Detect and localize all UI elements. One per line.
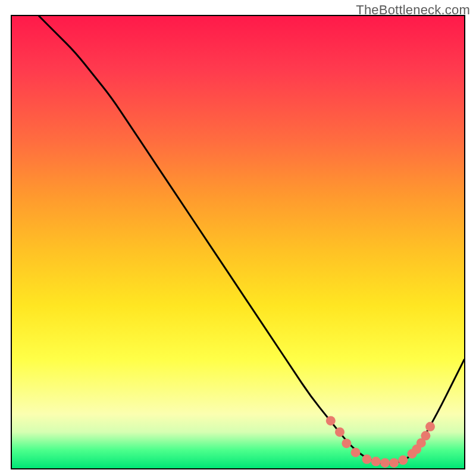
valley-dot bbox=[342, 439, 351, 448]
chart-container: TheBottleneck.com bbox=[0, 0, 476, 476]
valley-dot bbox=[380, 458, 390, 468]
valley-dot bbox=[421, 431, 430, 440]
curve-layer bbox=[12, 16, 464, 468]
valley-dot bbox=[389, 458, 399, 468]
valley-dot bbox=[398, 455, 408, 465]
plot-area bbox=[11, 15, 465, 469]
watermark-text: TheBottleneck.com bbox=[356, 2, 470, 18]
valley-dot bbox=[326, 416, 336, 425]
valley-dot bbox=[371, 457, 381, 466]
valley-dot bbox=[362, 455, 372, 464]
valley-dot bbox=[425, 422, 435, 431]
valley-dot bbox=[335, 427, 345, 437]
valley-dot bbox=[351, 447, 361, 457]
bottleneck-curve bbox=[39, 16, 464, 464]
valley-dots-group bbox=[326, 416, 435, 468]
